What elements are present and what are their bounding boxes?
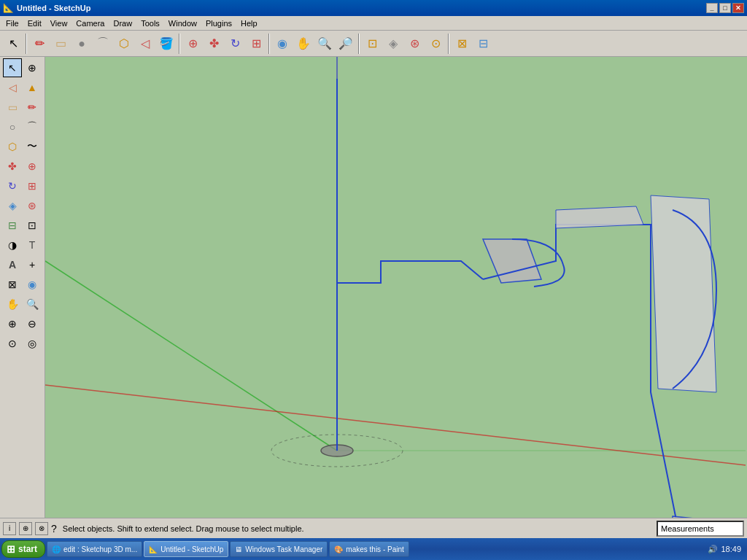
- taskbar-icon-1: 📐: [149, 545, 158, 553]
- toolbar-pencil[interactable]: ✏: [29, 34, 50, 54]
- title-bar: 📐 Untitled - SketchUp _ □ ✕: [0, 0, 747, 16]
- left-push-tool[interactable]: ⊕: [23, 157, 42, 176]
- left-followme-tool[interactable]: ⊛: [23, 196, 42, 215]
- left-freehand-tool[interactable]: 〜: [23, 137, 42, 156]
- main-area: ↖ ⊕ ◁ ▲ ▭ ✏ ○ ⌒ ⬡ 〜 ✤ ⊕ ↻ ⊞ ◈ ⊛: [0, 57, 747, 518]
- toolbar-lookat[interactable]: ⊙: [425, 34, 446, 54]
- menu-view[interactable]: View: [46, 18, 72, 29]
- status-icon-info[interactable]: i: [3, 522, 16, 535]
- menu-draw[interactable]: Draw: [109, 18, 136, 29]
- status-icons: i ⊕ ⊗: [3, 522, 48, 535]
- network-icon: 🔊: [708, 545, 718, 554]
- toolbar-arc[interactable]: ⌒: [93, 34, 113, 54]
- left-pan-tool[interactable]: ✋: [3, 295, 22, 314]
- taskbar-label-3: makes this - Paint: [346, 545, 403, 553]
- toolbar-sep2: [179, 34, 180, 54]
- menu-file[interactable]: File: [1, 18, 23, 29]
- left-zoom-tool[interactable]: 🔍: [23, 295, 42, 314]
- toolbar-zoomout[interactable]: 🔎: [336, 34, 356, 54]
- canvas-area[interactable]: [45, 57, 747, 518]
- left-eraser-tool[interactable]: ◁: [3, 78, 22, 97]
- left-scale-tool[interactable]: ⊞: [23, 176, 42, 195]
- svg-marker-9: [556, 206, 643, 228]
- toolbar-components[interactable]: ⊟: [473, 34, 493, 54]
- left-text-tool[interactable]: T: [23, 236, 42, 254]
- toolbar-sep3: [268, 34, 270, 54]
- left-line-tool[interactable]: ✏: [23, 98, 42, 117]
- menu-plugins[interactable]: Plugins: [201, 18, 236, 29]
- menu-window[interactable]: Window: [164, 18, 201, 29]
- left-tape-tool[interactable]: ⊟: [3, 216, 22, 235]
- status-text: Select objects. Shift to extend select. …: [63, 524, 654, 533]
- taskbar-item-3[interactable]: 🎨 makes this - Paint: [329, 541, 409, 557]
- minimize-button[interactable]: _: [706, 3, 718, 13]
- left-paint-tool[interactable]: ▲: [23, 78, 42, 97]
- toolbar-scale[interactable]: ⊞: [246, 34, 266, 54]
- toolbar: ↖ ✏ ▭ ● ⌒ ⬡ ◁ 🪣 ⊕ ✤ ↻ ⊞ ◉ ✋ 🔍 🔎 ⊡ ◈ ⊛ ⊙ …: [0, 31, 747, 57]
- title-bar-left: 📐 Untitled - SketchUp: [3, 3, 90, 13]
- left-zoomext-tool[interactable]: ⊖: [23, 314, 42, 333]
- taskbar-item-2[interactable]: 🖥 Windows Task Manager: [230, 541, 328, 557]
- svg-marker-10: [651, 195, 716, 392]
- toolbar-rotate[interactable]: ↻: [225, 34, 245, 54]
- left-select-tool[interactable]: ↖: [3, 58, 22, 77]
- left-toolbar: ↖ ⊕ ◁ ▲ ▭ ✏ ○ ⌒ ⬡ 〜 ✤ ⊕ ↻ ⊞ ◈ ⊛: [0, 57, 45, 518]
- toolbar-sep1: [26, 34, 27, 54]
- toolbar-camera-pos[interactable]: ◈: [383, 34, 403, 54]
- toolbar-paint2[interactable]: ⊠: [452, 34, 472, 54]
- left-3dtext-tool[interactable]: A: [3, 255, 22, 274]
- toolbar-section[interactable]: ⊡: [362, 34, 382, 54]
- left-rect-tool[interactable]: ▭: [3, 98, 22, 117]
- left-move-tool[interactable]: ✤: [3, 157, 22, 176]
- left-walk-tool[interactable]: ⊙: [3, 334, 22, 353]
- taskbar-icon-3: 🎨: [334, 545, 343, 553]
- left-axes-tool[interactable]: +: [23, 255, 42, 274]
- toolbar-select[interactable]: ↖: [3, 34, 23, 54]
- menu-edit[interactable]: Edit: [23, 18, 46, 29]
- left-section-tool[interactable]: ⊠: [3, 275, 22, 294]
- toolbar-orbit[interactable]: ◉: [272, 34, 293, 54]
- menu-tools[interactable]: Tools: [136, 18, 164, 29]
- title-bar-controls: _ □ ✕: [706, 3, 744, 13]
- taskbar-item-0[interactable]: 🌐 edit : Sketchup 3D m...: [47, 541, 142, 557]
- left-lookat-tool[interactable]: ◎: [23, 334, 42, 353]
- toolbar-walk[interactable]: ⊛: [404, 34, 425, 54]
- left-orbit-tool[interactable]: ◉: [23, 275, 42, 294]
- canvas-svg: [45, 57, 747, 518]
- taskbar-icon-2: 🖥: [235, 545, 242, 553]
- toolbar-polygon[interactable]: ⬡: [114, 34, 134, 54]
- left-arc-tool[interactable]: ⌒: [23, 117, 42, 136]
- menu-help[interactable]: Help: [236, 18, 262, 29]
- measurements-box: Measurements: [657, 521, 744, 537]
- left-zoomsel-tool[interactable]: ⊕: [3, 314, 22, 333]
- left-rotate-tool[interactable]: ↻: [3, 176, 22, 195]
- toolbar-move[interactable]: ✤: [204, 34, 224, 54]
- taskbar-right: 🔊 18:49: [703, 545, 746, 554]
- left-protractor-tool[interactable]: ◑: [3, 236, 22, 254]
- start-button[interactable]: ⊞ start: [1, 540, 45, 558]
- toolbar-sep5: [448, 34, 449, 54]
- toolbar-pan[interactable]: ✋: [293, 34, 314, 54]
- toolbar-paint[interactable]: 🪣: [156, 34, 177, 54]
- left-dimension-tool[interactable]: ⊡: [23, 216, 42, 235]
- toolbar-eraser[interactable]: ◁: [135, 34, 155, 54]
- maximize-button[interactable]: □: [719, 3, 731, 13]
- taskbar-item-1[interactable]: 📐 Untitled - SketchUp: [144, 541, 228, 557]
- toolbar-zoom[interactable]: 🔍: [314, 34, 335, 54]
- close-button[interactable]: ✕: [732, 3, 744, 13]
- status-help-icon: ?: [51, 523, 57, 534]
- left-component-tool[interactable]: ⊕: [23, 58, 42, 77]
- status-icon-close[interactable]: ⊗: [35, 522, 48, 535]
- toolbar-rect[interactable]: ▭: [50, 34, 71, 54]
- left-circle-tool[interactable]: ○: [3, 117, 22, 136]
- status-icon-add[interactable]: ⊕: [19, 522, 32, 535]
- toolbar-push[interactable]: ⊕: [182, 34, 203, 54]
- taskbar: ⊞ start 🌐 edit : Sketchup 3D m... 📐 Unti…: [0, 538, 747, 560]
- svg-rect-0: [45, 57, 747, 518]
- toolbar-circle[interactable]: ●: [71, 34, 92, 54]
- clock: 18:49: [721, 545, 741, 553]
- menu-camera[interactable]: Camera: [71, 18, 109, 29]
- left-offset-tool[interactable]: ◈: [3, 196, 22, 215]
- app-icon: 📐: [3, 3, 14, 13]
- left-polygon-tool[interactable]: ⬡: [3, 137, 22, 156]
